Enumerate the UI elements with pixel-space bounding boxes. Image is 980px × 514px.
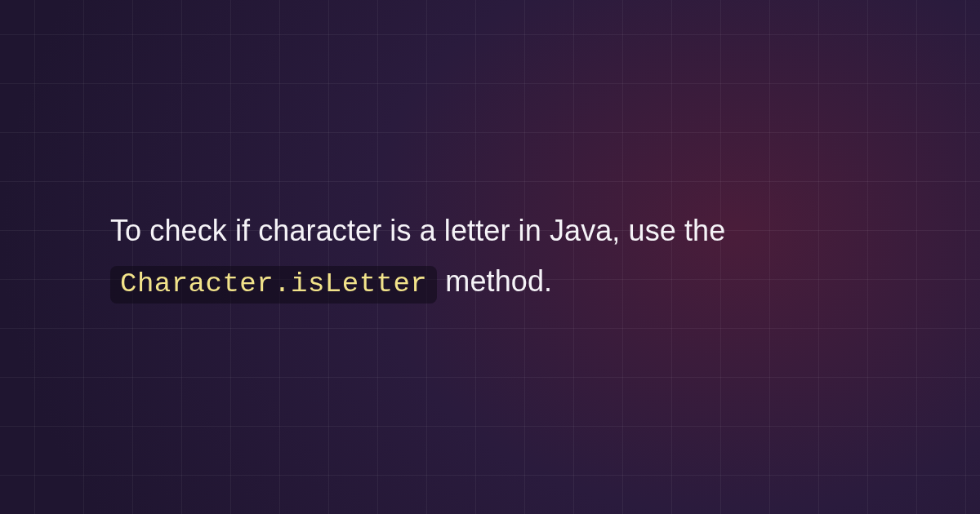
instruction-text: To check if character is a letter in Jav… [110,206,882,308]
text-before-code: To check if character is a letter in Jav… [110,214,725,247]
code-snippet: Character.isLetter [110,266,437,304]
text-after-code: method. [437,264,552,298]
